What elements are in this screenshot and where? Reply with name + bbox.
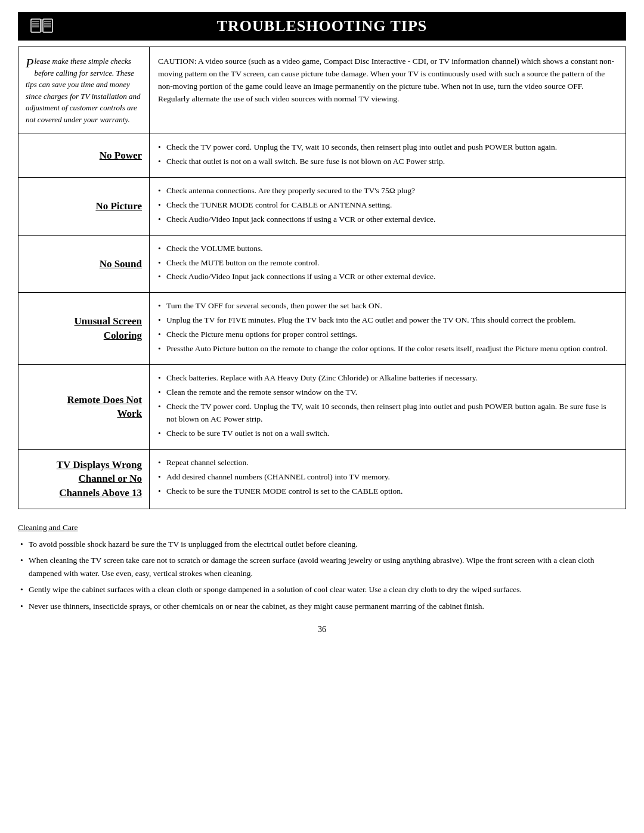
issue-label-no-picture: No Picture xyxy=(95,199,142,213)
list-item: Turn the TV OFF for several seconds, the… xyxy=(158,300,617,312)
issue-label-no-power: No Power xyxy=(100,148,142,163)
list-item: Check to be sure TV outlet is not on a w… xyxy=(158,428,617,440)
solution-panel-no-power: Check the TV power cord. Unplug the TV, … xyxy=(150,134,626,177)
list-item: Gently wipe the cabinet surfaces with a … xyxy=(18,583,626,596)
list-item: Check the MUTE button on the remote cont… xyxy=(158,257,617,270)
list-item: When cleaning the TV screen take care no… xyxy=(18,554,626,580)
list-item: Check the TV power cord. Unplug the TV, … xyxy=(158,401,617,426)
solution-list-no-picture: Check antenna connections. Are they prop… xyxy=(158,185,617,226)
cleaning-section: Cleaning and Care To avoid possible shoc… xyxy=(18,521,626,613)
issue-panel-remote: Remote Does NotWork xyxy=(18,365,150,449)
list-item: To avoid possible shock hazard be sure t… xyxy=(18,538,626,551)
book-icon xyxy=(30,17,54,36)
cleaning-list: To avoid possible shock hazard be sure t… xyxy=(18,538,626,613)
issue-label-channel: TV Displays WrongChannel or NoChannels A… xyxy=(57,458,142,500)
issue-label-unusual-screen: Unusual ScreenColoring xyxy=(74,314,142,343)
trouble-row-channel: TV Displays WrongChannel or NoChannels A… xyxy=(18,450,626,509)
issue-panel-no-power: No Power xyxy=(18,134,150,177)
solution-panel-no-picture: Check antenna connections. Are they prop… xyxy=(150,178,626,235)
list-item: Check Audio/Video Input jack connections… xyxy=(158,271,617,283)
trouble-row-no-picture: No Picture Check antenna connections. Ar… xyxy=(18,178,626,236)
solution-list-no-sound: Check the VOLUME buttons. Check the MUTE… xyxy=(158,243,617,284)
list-item: Add desired channel numbers (CHANNEL con… xyxy=(158,471,617,484)
issue-panel-unusual-screen: Unusual ScreenColoring xyxy=(18,293,150,364)
drop-cap: P xyxy=(26,57,33,70)
list-item: Unplug the TV for FIVE minutes. Plug the… xyxy=(158,314,617,327)
solution-list-no-power: Check the TV power cord. Unplug the TV, … xyxy=(158,141,617,168)
solution-panel-unusual-screen: Turn the TV OFF for several seconds, the… xyxy=(150,293,626,364)
svg-rect-0 xyxy=(31,19,41,32)
list-item: Clean the remote and the remote sensor w… xyxy=(158,386,617,399)
caution-text: CAUTION: A video source (such as a video… xyxy=(150,47,626,134)
main-content: Please make these simple checks before c… xyxy=(18,47,626,509)
intro-panel: Please make these simple checks before c… xyxy=(18,47,150,134)
issue-panel-no-sound: No Sound xyxy=(18,236,150,293)
solution-panel-channel: Repeat channel selection. Add desired ch… xyxy=(150,450,626,509)
list-item: Check the VOLUME buttons. xyxy=(158,243,617,255)
issue-label-remote: Remote Does NotWork xyxy=(67,393,142,422)
svg-rect-1 xyxy=(43,19,52,32)
trouble-row-no-sound: No Sound Check the VOLUME buttons. Check… xyxy=(18,236,626,293)
list-item: Check Audio/Video Input jack connections… xyxy=(158,213,617,226)
trouble-row-no-power: No Power Check the TV power cord. Unplug… xyxy=(18,134,626,178)
solution-list-unusual-screen: Turn the TV OFF for several seconds, the… xyxy=(158,300,617,355)
solution-list-remote: Check batteries. Replace with AA Heavy D… xyxy=(158,372,617,440)
solution-list-channel: Repeat channel selection. Add desired ch… xyxy=(158,457,617,498)
list-item: Check the TV power cord. Unplug the TV, … xyxy=(158,141,617,154)
issue-panel-channel: TV Displays WrongChannel or NoChannels A… xyxy=(18,450,150,509)
solution-panel-no-sound: Check the VOLUME buttons. Check the MUTE… xyxy=(150,236,626,293)
list-item: Pressthe Auto Picture button on the remo… xyxy=(158,343,617,355)
trouble-row-remote: Remote Does NotWork Check batteries. Rep… xyxy=(18,365,626,450)
intro-text: lease make these simple checks before ca… xyxy=(26,57,140,124)
list-item: Check the Picture menu options for prope… xyxy=(158,329,617,341)
caution-row: Please make these simple checks before c… xyxy=(18,47,626,134)
page-number: 36 xyxy=(0,625,644,634)
list-item: Repeat channel selection. xyxy=(158,457,617,469)
list-item: Never use thinners, insecticide sprays, … xyxy=(18,600,626,613)
page-title: Troubleshooting Tips xyxy=(66,17,614,35)
list-item: Check batteries. Replace with AA Heavy D… xyxy=(158,372,617,385)
solution-panel-remote: Check batteries. Replace with AA Heavy D… xyxy=(150,365,626,449)
list-item: Check to be sure the TUNER MODE control … xyxy=(158,485,617,498)
list-item: Check that outlet is not on a wall switc… xyxy=(158,156,617,168)
cleaning-title: Cleaning and Care xyxy=(18,521,626,534)
trouble-row-unusual-screen: Unusual ScreenColoring Turn the TV OFF f… xyxy=(18,293,626,365)
issue-label-no-sound: No Sound xyxy=(100,257,142,271)
page-header: Troubleshooting Tips xyxy=(18,12,626,41)
list-item: Check the TUNER MODE control for CABLE o… xyxy=(158,199,617,212)
list-item: Check antenna connections. Are they prop… xyxy=(158,185,617,197)
issue-panel-no-picture: No Picture xyxy=(18,178,150,235)
